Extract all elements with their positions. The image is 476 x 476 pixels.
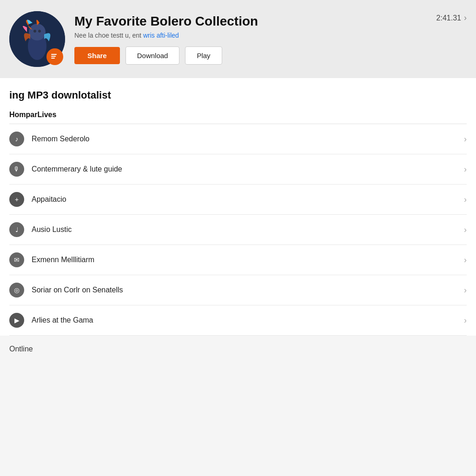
page-title: My Favorite Bolero Collection — [74, 14, 427, 29]
item-icon-plus: + — [9, 192, 24, 207]
subtitle-link[interactable]: wris afti-liled — [143, 32, 179, 39]
list-item[interactable]: ◎ Soriar on Corlr on Senatells › — [9, 275, 467, 305]
list-item[interactable]: 🎙 Contemmerary & lute guide › — [9, 154, 467, 185]
subsection-title: HomparLives — [9, 111, 467, 124]
subtitle-text: Nee la choe testt u, ent — [74, 32, 141, 39]
list-item[interactable]: + Appaitacio › — [9, 185, 467, 215]
item-label: Exmenn Melllitiarm — [32, 256, 464, 264]
time-display: 2:41.31 — [436, 14, 461, 22]
chevron-right-icon: › — [464, 316, 467, 325]
header-info: My Favorite Bolero Collection Nee la cho… — [74, 14, 427, 65]
item-label: Soriar on Corlr on Senatells — [32, 286, 464, 294]
header-actions: Share Download Play — [74, 46, 427, 65]
section-title: ing MP3 downlotalist — [9, 89, 467, 101]
chevron-right-icon: › — [464, 225, 467, 235]
svg-rect-5 — [51, 54, 57, 55]
item-label: Appaitacio — [32, 195, 464, 204]
list-container: ♪ Remom Sederolo › 🎙 Contemmerary & lute… — [9, 124, 467, 336]
svg-rect-7 — [51, 58, 55, 59]
svg-rect-6 — [51, 56, 56, 57]
svg-point-3 — [33, 30, 36, 33]
list-item[interactable]: ✉ Exmenn Melllitiarm › — [9, 245, 467, 275]
list-item[interactable]: ♩ Ausio Lustic › — [9, 215, 467, 245]
item-icon-video: ▶ — [9, 313, 24, 328]
chevron-right-icon: › — [464, 195, 467, 205]
music-badge — [46, 48, 63, 65]
item-label: Remom Sederolo — [32, 135, 464, 143]
main-content: ing MP3 downlotalist HomparLives ♪ Remom… — [0, 78, 476, 336]
item-icon-mail: ✉ — [9, 252, 24, 267]
list-item[interactable]: ♪ Remom Sederolo › — [9, 124, 467, 154]
footer-section: Ontline — [0, 336, 476, 363]
play-button[interactable]: Play — [185, 46, 222, 65]
header-subtitle: Nee la choe testt u, ent wris afti-liled — [74, 32, 427, 39]
header-section: My Favorite Bolero Collection Nee la cho… — [0, 0, 476, 78]
item-label: Ausio Lustic — [32, 225, 464, 234]
footer-text: Ontline — [9, 345, 467, 353]
item-label: Arlies at the Gama — [32, 316, 464, 324]
avatar-container — [9, 11, 65, 67]
item-label: Contemmerary & lute guide — [32, 165, 464, 173]
header-chevron-icon[interactable]: › — [464, 13, 467, 23]
item-icon-target: ◎ — [9, 283, 24, 298]
item-icon-mic: 🎙 — [9, 162, 24, 177]
chevron-right-icon: › — [464, 165, 467, 174]
chevron-right-icon: › — [464, 285, 467, 295]
list-item[interactable]: ▶ Arlies at the Gama › — [9, 305, 467, 336]
chevron-right-icon: › — [464, 255, 467, 265]
header-time-container: 2:41.31 › — [436, 11, 467, 23]
item-icon-music: ♪ — [9, 132, 24, 146]
svg-point-2 — [29, 24, 46, 40]
item-icon-note: ♩ — [9, 222, 24, 237]
svg-point-4 — [38, 30, 41, 33]
download-button[interactable]: Download — [126, 46, 180, 65]
share-button[interactable]: Share — [74, 47, 120, 64]
chevron-right-icon: › — [464, 134, 467, 144]
